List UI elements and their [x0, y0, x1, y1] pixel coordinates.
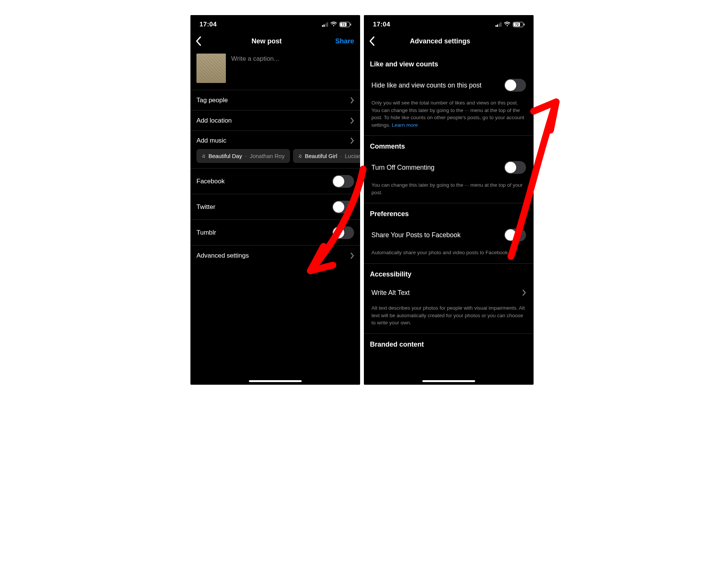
- page-title: New post: [202, 37, 331, 45]
- status-time: 17:04: [373, 21, 390, 28]
- back-button[interactable]: [368, 36, 375, 46]
- advanced-settings-row[interactable]: Advanced settings: [190, 245, 360, 266]
- add-music-row[interactable]: Add music: [190, 131, 360, 149]
- caption-row: Write a caption...: [190, 54, 360, 90]
- turn-off-commenting-row: Turn Off Commenting: [364, 156, 534, 179]
- chip-artist: Lucian: [345, 153, 360, 159]
- alt-text-description: Alt text describes your photos for peopl…: [364, 302, 534, 333]
- share-facebook-row: Share Your Posts to Facebook: [364, 223, 534, 247]
- wifi-icon: [504, 21, 511, 28]
- chip-title: Beautiful Girl: [305, 153, 337, 159]
- accessibility-section-title: Accessibility: [364, 264, 534, 284]
- cellular-icon: [495, 22, 502, 27]
- back-button[interactable]: [195, 36, 202, 46]
- status-indicators: 72: [495, 21, 525, 28]
- nav-header: New post Share: [190, 32, 360, 54]
- phone-advanced-settings: 17:04 72 Advanced settings Like: [364, 15, 534, 385]
- chevron-right-icon: [350, 137, 354, 144]
- status-bar: 17:04 72: [190, 15, 360, 32]
- preferences-section-title: Preferences: [364, 203, 534, 223]
- chevron-right-icon: [350, 252, 354, 259]
- battery-icon: 72: [513, 22, 525, 27]
- tumblr-row: Tumblr: [190, 220, 360, 245]
- phone-new-post: 17:04 72 New post Share: [190, 15, 360, 385]
- music-chips: ♫ Beautiful Day · Jonathan Roy ♫ Beautif…: [190, 149, 360, 163]
- caption-input[interactable]: Write a caption...: [231, 54, 279, 63]
- row-label: Write Alt Text: [371, 289, 410, 297]
- status-indicators: 72: [322, 21, 351, 28]
- row-label: Tumblr: [196, 229, 216, 236]
- comments-section-title: Comments: [364, 136, 534, 156]
- row-label: Tag people: [196, 97, 228, 104]
- add-location-row[interactable]: Add location: [190, 110, 360, 130]
- commenting-toggle[interactable]: [504, 161, 526, 174]
- row-label: Add music: [196, 137, 226, 144]
- chevron-right-icon: [350, 117, 354, 124]
- facebook-row: Facebook: [190, 168, 360, 194]
- share-button[interactable]: Share: [331, 37, 354, 45]
- row-label: Turn Off Commenting: [371, 164, 434, 172]
- chip-title: Beautiful Day: [209, 153, 242, 159]
- facebook-toggle[interactable]: [332, 175, 354, 188]
- hide-likes-toggle[interactable]: [504, 79, 526, 92]
- tumblr-toggle[interactable]: [332, 226, 354, 239]
- row-label: Facebook: [196, 178, 225, 185]
- page-title: Advanced settings: [375, 37, 505, 45]
- music-note-icon: ♫: [298, 153, 302, 159]
- share-facebook-toggle[interactable]: [504, 229, 526, 241]
- status-time: 17:04: [199, 21, 217, 28]
- wifi-icon: [330, 21, 337, 28]
- share-facebook-description: Automatically share your photo and video…: [364, 247, 534, 263]
- row-label: Share Your Posts to Facebook: [371, 231, 460, 239]
- row-label: Hide like and view counts on this post: [371, 81, 482, 89]
- tag-people-row[interactable]: Tag people: [190, 90, 360, 110]
- learn-more-link[interactable]: Learn more: [392, 122, 418, 128]
- music-chip[interactable]: ♫ Beautiful Girl · Lucian: [293, 149, 360, 163]
- add-music-section: Add music ♫ Beautiful Day · Jonathan Roy…: [190, 130, 360, 168]
- hide-likes-row: Hide like and view counts on this post: [364, 74, 534, 97]
- row-label: Add location: [196, 117, 232, 124]
- battery-icon: 72: [339, 22, 351, 27]
- chip-artist: Jonathan Roy: [250, 153, 285, 159]
- status-bar: 17:04 72: [364, 15, 534, 32]
- likes-section-title: Like and view counts: [364, 54, 534, 74]
- screenshots-pair: 17:04 72 New post Share: [190, 15, 534, 385]
- music-chip[interactable]: ♫ Beautiful Day · Jonathan Roy: [196, 149, 290, 163]
- music-note-icon: ♫: [202, 153, 206, 159]
- home-indicator[interactable]: [422, 380, 475, 382]
- alt-text-row[interactable]: Write Alt Text: [364, 284, 534, 302]
- hide-likes-description: Only you will see the total number of li…: [364, 97, 534, 135]
- row-label: Twitter: [196, 203, 215, 211]
- nav-header: Advanced settings: [364, 32, 534, 54]
- home-indicator[interactable]: [249, 380, 302, 382]
- twitter-toggle[interactable]: [332, 201, 354, 213]
- cellular-icon: [322, 22, 328, 27]
- post-thumbnail[interactable]: [196, 54, 226, 83]
- twitter-row: Twitter: [190, 194, 360, 220]
- chevron-right-icon: [350, 97, 354, 104]
- row-label: Advanced settings: [196, 252, 249, 259]
- branded-section-title: Branded content: [364, 334, 534, 354]
- chevron-right-icon: [522, 289, 526, 296]
- comments-description: You can change this later by going to th…: [364, 179, 534, 203]
